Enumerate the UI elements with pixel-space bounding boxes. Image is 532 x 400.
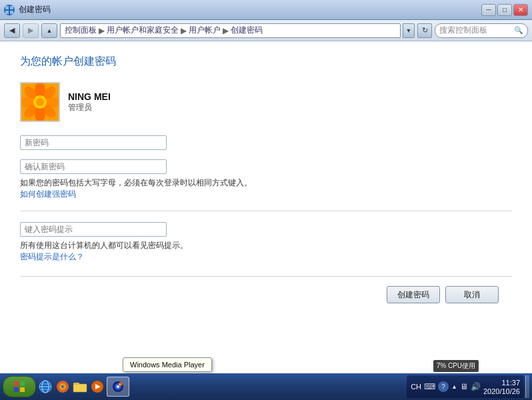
tray-help-icon[interactable]: ? — [438, 381, 449, 392]
system-tray: CH ⌨ ? ▲ 🖥 🔊 11:37 2020/10/26 — [407, 375, 524, 398]
taskbar-browser-icon[interactable] — [55, 379, 71, 395]
tray-time: 11:37 — [501, 379, 520, 387]
svg-rect-17 — [14, 387, 19, 392]
how-to-create-link[interactable]: 如何创建强密码 — [20, 189, 76, 199]
confirm-password-group: 如果您的密码包括大写字母，必须在每次登录时以相同方式键入。 如何创建强密码 — [20, 159, 512, 200]
minimize-button[interactable]: ─ — [481, 4, 496, 16]
cancel-button[interactable]: 取消 — [445, 286, 499, 303]
address-dropdown[interactable]: ▼ — [403, 23, 415, 38]
what-is-hint-link[interactable]: 密码提示是什么？ — [20, 252, 84, 261]
title-bar-left: 创建密码 — [4, 4, 51, 15]
svg-point-26 — [61, 385, 64, 388]
search-icon: 🔍 — [514, 26, 523, 35]
tray-expand-icon[interactable]: ▲ — [451, 383, 457, 390]
forward-button[interactable]: ▶ — [23, 23, 39, 38]
hint-visibility-text: 所有使用这台计算机的人都可以看见密码提示。 — [20, 239, 340, 251]
window-controls: ─ □ ✕ — [481, 4, 528, 16]
taskbar: CH ⌨ ? ▲ 🖥 🔊 11:37 2020/10/26 — [0, 373, 532, 400]
create-password-button[interactable]: 创建密码 — [387, 286, 440, 303]
svg-rect-3 — [10, 11, 13, 14]
taskbar-media-play-icon[interactable] — [89, 379, 105, 395]
window-icon — [4, 5, 15, 15]
back-button[interactable]: ◀ — [4, 23, 20, 38]
svg-rect-2 — [5, 11, 9, 14]
tray-clock: 11:37 2020/10/26 — [483, 379, 520, 395]
tray-network-icon[interactable]: 🖥 — [460, 382, 468, 391]
search-placeholder: 搜索控制面板 — [439, 25, 487, 36]
cpu-usage-popup: 7% CPU使用 — [433, 360, 479, 372]
svg-rect-16 — [20, 381, 25, 386]
svg-rect-0 — [5, 6, 9, 9]
svg-rect-18 — [20, 387, 25, 392]
password-hint-text: 如果您的密码包括大写字母，必须在每次登录时以相同方式键入。 — [20, 177, 340, 189]
maximize-button[interactable]: □ — [497, 4, 512, 16]
window-title: 创建密码 — [19, 4, 51, 15]
password-hint-input[interactable] — [20, 222, 167, 237]
path-part-2: 用户帐户和家庭安全 — [107, 25, 179, 36]
tray-date: 2020/10/26 — [483, 387, 520, 395]
taskbar-folder-icon[interactable] — [72, 379, 88, 395]
user-name: NING MEI — [68, 91, 111, 102]
confirm-password-input[interactable] — [20, 159, 167, 174]
svg-rect-15 — [14, 381, 19, 386]
title-bar: 创建密码 ─ □ ✕ — [0, 0, 532, 20]
path-part-3: 用户帐户 — [189, 25, 221, 36]
page-title: 为您的帐户创建密码 — [20, 55, 512, 69]
divider — [20, 211, 512, 211]
address-bar: ◀ ▶ ▲ 控制面板 ▶ 用户帐户和家庭安全 ▶ 用户帐户 ▶ 创建密码 ▼ ↻… — [0, 20, 532, 41]
tray-keyboard-icon[interactable]: ⌨ — [424, 382, 435, 391]
new-password-group — [20, 135, 512, 150]
svg-point-34 — [117, 385, 119, 388]
tray-volume-icon[interactable]: 🔊 — [471, 382, 481, 391]
svg-rect-1 — [10, 6, 13, 9]
user-avatar — [20, 82, 60, 122]
svg-rect-28 — [73, 384, 87, 392]
user-details: NING MEI 管理员 — [68, 91, 111, 113]
taskbar-ie-icon[interactable] — [37, 379, 53, 395]
path-part-4: 创建密码 — [231, 25, 263, 36]
taskbar-wmp-item[interactable] — [107, 377, 129, 397]
user-role: 管理员 — [68, 102, 111, 113]
show-desktop-button[interactable] — [525, 375, 529, 398]
buttons-row: 创建密码 取消 — [20, 276, 512, 303]
wmp-tooltip: Windows Media Player — [123, 357, 212, 372]
tray-language: CH — [411, 383, 421, 391]
refresh-button[interactable]: ↻ — [417, 23, 432, 38]
svg-point-14 — [36, 98, 44, 106]
password-hint-group: 所有使用这台计算机的人都可以看见密码提示。 密码提示是什么？ — [20, 222, 512, 263]
close-button[interactable]: ✕ — [513, 4, 528, 16]
new-password-input[interactable] — [20, 135, 167, 150]
content-area: 为您的帐户创建密码 NING MEI — [0, 41, 532, 373]
search-box[interactable]: 搜索控制面板 🔍 — [435, 23, 528, 38]
up-button[interactable]: ▲ — [41, 23, 57, 38]
start-button[interactable] — [3, 376, 36, 397]
user-info: NING MEI 管理员 — [20, 82, 512, 122]
address-path[interactable]: 控制面板 ▶ 用户帐户和家庭安全 ▶ 用户帐户 ▶ 创建密码 — [60, 23, 401, 38]
path-part-1: 控制面板 — [65, 25, 97, 36]
main-window: 创建密码 ─ □ ✕ ◀ ▶ ▲ 控制面板 ▶ 用户帐户和家庭安全 ▶ 用户帐户… — [0, 0, 532, 373]
svg-point-35 — [119, 382, 123, 386]
